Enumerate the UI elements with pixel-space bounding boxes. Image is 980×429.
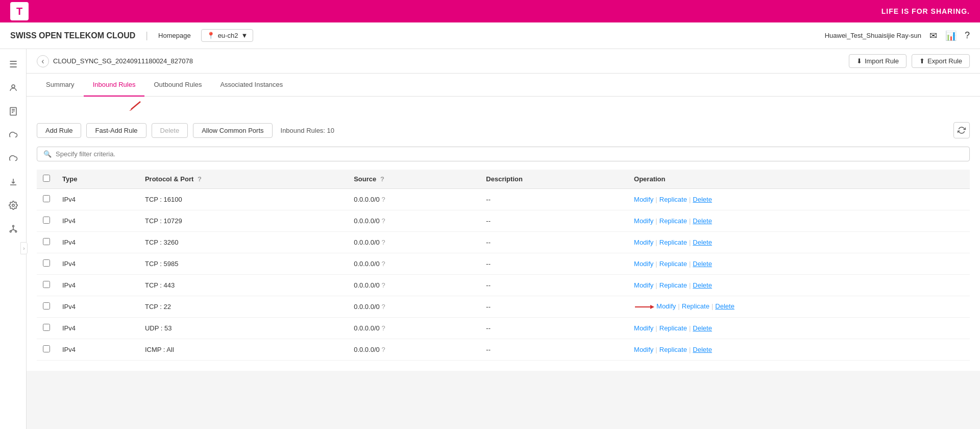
source-info-icon[interactable]: ? (381, 217, 385, 225)
breadcrumb: ‹ CLOUD_SYNC_SG_20240911180024_827078 (37, 55, 193, 67)
top-bar: T LIFE IS FOR SHARING. (0, 0, 980, 22)
import-rule-button[interactable]: ⬇ Import Rule (849, 54, 906, 68)
sidebar-download-icon[interactable] (3, 172, 23, 192)
add-rule-button[interactable]: Add Rule (37, 123, 81, 138)
modify-link[interactable]: Modify (634, 239, 653, 246)
op-separator: | (655, 324, 657, 332)
source-info-icon[interactable]: ? (381, 346, 385, 353)
row-checkbox[interactable] (43, 324, 50, 331)
source-info-icon[interactable]: ? (381, 324, 385, 332)
replicate-link[interactable]: Replicate (659, 217, 687, 225)
cell-description: -- (480, 210, 628, 232)
replicate-link[interactable]: Replicate (682, 302, 709, 310)
cell-type: IPv4 (56, 253, 139, 275)
rules-table: Type Protocol & Port ? Source ? (37, 170, 970, 361)
svg-line-12 (13, 230, 16, 231)
cell-operation: Modify|Replicate|Delete (628, 189, 970, 210)
help-icon[interactable]: ? (965, 30, 970, 41)
allow-common-ports-button[interactable]: Allow Common Ports (193, 123, 272, 138)
delete-row-link[interactable]: Delete (693, 346, 712, 353)
location-icon: 📍 (207, 32, 215, 39)
cell-operation: Modify|Replicate|Delete (628, 275, 970, 296)
sidebar-documents-icon[interactable] (3, 101, 23, 122)
op-separator: | (655, 346, 657, 353)
delete-row-link[interactable]: Delete (715, 302, 734, 310)
col-description: Description (480, 170, 628, 189)
protocol-help-icon[interactable]: ? (198, 175, 202, 183)
modify-link[interactable]: Modify (634, 346, 653, 353)
delete-button[interactable]: Delete (152, 123, 188, 138)
source-info-icon[interactable]: ? (381, 239, 385, 246)
tab-outbound-rules[interactable]: Outbound Rules (144, 74, 211, 97)
region-selector[interactable]: 📍 eu-ch2 ▼ (201, 29, 254, 42)
mail-icon[interactable]: ✉ (929, 30, 937, 41)
back-button[interactable]: ‹ (37, 55, 49, 67)
telekom-logo-icon: T (10, 2, 29, 20)
chart-icon[interactable]: 📊 (945, 30, 957, 41)
row-checkbox[interactable] (43, 217, 50, 224)
op-separator: | (655, 196, 657, 203)
row-checkbox[interactable] (43, 238, 50, 245)
row-checkbox[interactable] (43, 195, 50, 202)
col-type: Type (56, 170, 139, 189)
sidebar-settings-icon[interactable] (3, 195, 23, 216)
delete-row-link[interactable]: Delete (693, 281, 712, 289)
source-help-icon[interactable]: ? (380, 175, 384, 183)
sidebar-cloud2-icon[interactable] (3, 148, 23, 169)
source-info-icon[interactable]: ? (381, 196, 385, 203)
sidebar-collapse-btn[interactable]: › (20, 242, 28, 254)
delete-row-link[interactable]: Delete (693, 239, 712, 246)
filter-input[interactable] (56, 150, 963, 158)
delete-row-link[interactable]: Delete (693, 196, 712, 203)
replicate-link[interactable]: Replicate (659, 281, 687, 289)
cell-protocol-port: TCP : 5985 (139, 253, 348, 275)
modify-link[interactable]: Modify (634, 324, 653, 332)
cell-type: IPv4 (56, 339, 139, 361)
op-separator: | (689, 239, 691, 246)
row-checkbox[interactable] (43, 259, 50, 267)
tab-associated-instances[interactable]: Associated Instances (211, 74, 292, 97)
export-rule-button[interactable]: ⬆ Export Rule (912, 54, 970, 68)
sidebar-menu-icon[interactable]: ☰ (3, 54, 23, 75)
replicate-link[interactable]: Replicate (659, 239, 687, 246)
replicate-link[interactable]: Replicate (659, 196, 687, 203)
source-info-icon[interactable]: ? (381, 303, 385, 311)
delete-row-link[interactable]: Delete (693, 324, 712, 332)
modify-link[interactable]: Modify (634, 217, 653, 225)
svg-line-11 (10, 230, 13, 231)
homepage-link[interactable]: Homepage (158, 32, 191, 39)
modify-link[interactable]: Modify (634, 281, 653, 289)
replicate-link[interactable]: Replicate (659, 324, 687, 332)
source-info-icon[interactable]: ? (381, 260, 385, 268)
svg-point-6 (12, 204, 14, 207)
sidebar-network-icon[interactable] (3, 219, 23, 239)
select-all-checkbox[interactable] (43, 175, 50, 182)
row-checkbox[interactable] (43, 302, 50, 309)
tab-summary[interactable]: Summary (37, 74, 84, 97)
modify-link[interactable]: Modify (656, 302, 676, 310)
row-checkbox[interactable] (43, 345, 50, 352)
cell-protocol-port: TCP : 22 (139, 296, 348, 318)
modify-link[interactable]: Modify (634, 260, 653, 268)
table-row: IPv4TCP : 32600.0.0.0/0 ?--Modify|Replic… (37, 232, 970, 253)
tab-inbound-rules[interactable]: Inbound Rules (84, 74, 145, 97)
op-separator: | (689, 196, 691, 203)
row-checkbox[interactable] (43, 281, 50, 288)
replicate-link[interactable]: Replicate (659, 346, 687, 353)
cell-protocol-port: ICMP : All (139, 339, 348, 361)
source-info-icon[interactable]: ? (381, 281, 385, 289)
refresh-button[interactable] (953, 122, 970, 138)
delete-row-link[interactable]: Delete (693, 217, 712, 225)
replicate-link[interactable]: Replicate (659, 260, 687, 268)
svg-point-8 (10, 231, 11, 232)
delete-row-link[interactable]: Delete (693, 260, 712, 268)
sidebar-user-icon[interactable] (3, 78, 23, 98)
fast-add-rule-button[interactable]: Fast-Add Rule (86, 123, 146, 138)
cell-protocol-port: TCP : 3260 (139, 232, 348, 253)
table-header-row: Type Protocol & Port ? Source ? (37, 170, 970, 189)
content-panel: Add Rule Fast-Add Rule Delete Allow Comm… (27, 112, 980, 371)
cell-protocol-port: UDP : 53 (139, 318, 348, 339)
cell-description: -- (480, 253, 628, 275)
modify-link[interactable]: Modify (634, 196, 653, 203)
sidebar-cloud-icon[interactable] (3, 125, 23, 145)
